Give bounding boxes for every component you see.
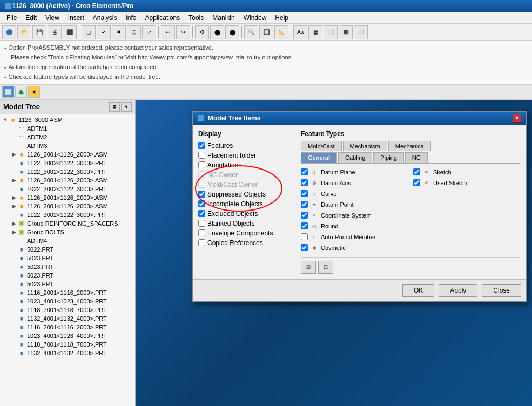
feat-datum-axis-check[interactable] <box>301 179 308 186</box>
tb-btn16[interactable]: 📐 <box>274 25 288 39</box>
menu-view[interactable]: View <box>41 13 64 23</box>
check-annotations-input[interactable] <box>198 161 205 168</box>
tree-item-prt2[interactable]: ▶ ■ 1122_3002<1122_3000>.PRT <box>0 167 135 176</box>
feat-datum-plane-check[interactable] <box>301 168 308 175</box>
feat-sketch-check[interactable] <box>413 168 420 175</box>
tree-item-1118b[interactable]: ▶ ■ 1118_7001<1118_7000>.PRT <box>0 340 135 349</box>
tree-item-prt1[interactable]: ▶ ■ 1122_3002<1122_3000>.PRT <box>0 159 135 167</box>
tb-btn20[interactable]: 🔳 <box>339 25 353 39</box>
expand-asm4[interactable]: ▶ <box>11 202 17 210</box>
mt-settings-btn[interactable]: ⚙ <box>109 102 120 112</box>
tree-item-adtm3[interactable]: ▶ ⋯ ADTM3 <box>0 141 135 150</box>
tree-item-1132b[interactable]: ▶ ■ 1132_4001<1132_4000>.PRT <box>0 349 135 357</box>
tb-btn19[interactable]: ⬜ <box>324 25 338 39</box>
menu-file[interactable]: File <box>2 13 21 23</box>
tb-btn11[interactable]: ⚙ <box>195 25 209 39</box>
tab-general[interactable]: General <box>301 152 337 163</box>
tb-redo-btn[interactable]: ↪ <box>176 25 190 39</box>
tree-item-prt4[interactable]: ▶ ■ 1122_3002<1122_3000>.PRT <box>0 211 135 219</box>
model-tree-content[interactable]: ▼ ■ 1126_3000.ASM ▶ ⋯ ADTM1 ▶ ⋯ ADTM2 ▶ … <box>0 114 135 406</box>
tree-item-root[interactable]: ▼ ■ 1126_3000.ASM <box>0 116 135 124</box>
tb-new-btn[interactable]: 🔵 <box>2 25 16 39</box>
tree-item-1023a[interactable]: ▶ ■ 1023_4001<1023_4000>.PRT <box>0 297 135 306</box>
tb-btn5[interactable]: ⬛ <box>63 25 77 39</box>
feat-round-check[interactable] <box>301 222 308 229</box>
tb-btn15[interactable]: 🔲 <box>259 25 273 39</box>
check-copied-input[interactable] <box>198 239 205 246</box>
menu-tools[interactable]: Tools <box>184 13 208 23</box>
tree-item-5023b[interactable]: ▶ ■ 5023.PRT <box>0 262 135 271</box>
ok-button[interactable]: OK <box>402 284 434 297</box>
tab-moldcast[interactable]: Mold/Cast <box>301 141 342 151</box>
tb-btn10[interactable]: ↗ <box>142 25 156 39</box>
tree-item-prt3[interactable]: ▶ ■ 1022_3002<1122_3000>.PRT <box>0 185 135 193</box>
feat-datum-point-check[interactable] <box>301 201 308 208</box>
tab-cabling[interactable]: Cabling <box>338 152 372 163</box>
tree-item-5023d[interactable]: ▶ ■ 5023.PRT <box>0 280 135 288</box>
check-suppressed-input[interactable] <box>198 191 205 198</box>
mt-filter-btn[interactable]: ▼ <box>121 102 132 112</box>
tb-print-btn[interactable]: 🖨 <box>48 25 62 39</box>
menu-window[interactable]: Window <box>239 13 271 23</box>
tree-item-group-reinf[interactable]: ▶ ▣ Group REINFORCING_SPACERS <box>0 219 135 228</box>
tree-item-asm4[interactable]: ▶ ■ 1126_2001<1126_2000>.ASM <box>0 202 135 211</box>
menu-analysis[interactable]: Analysis <box>89 13 122 23</box>
check-blanked-input[interactable] <box>198 220 205 227</box>
tree-item-5023c[interactable]: ▶ ■ 5023.PRT <box>0 271 135 280</box>
tb-btn12[interactable]: ⬤ <box>210 25 224 39</box>
tb-btn7[interactable]: ✔ <box>97 25 111 39</box>
tree-item-1118a[interactable]: ▶ ■ 1118_7001<1118_7000>.PRT <box>0 306 135 314</box>
tb2-star-btn[interactable]: ★ <box>28 86 40 98</box>
tree-item-1132a[interactable]: ▶ ■ 1132_4001<1132_4000>.PRT <box>0 314 135 323</box>
expand-bolts[interactable]: ▶ <box>11 228 17 236</box>
feat-cosmetic-check[interactable] <box>301 244 308 251</box>
tb-btn21[interactable]: ⬜ <box>354 25 368 39</box>
tree-item-asm1[interactable]: ▶ ■ 1126_2001<1126_2000>.ASM <box>0 150 135 159</box>
tree-item-1116a[interactable]: ▶ ■ 1116_2001<1116_2000>.PRT <box>0 288 135 297</box>
tree-item-adtm4[interactable]: ▶ ⋯ ADTM4 <box>0 236 135 245</box>
feat-used-sketch-check[interactable] <box>413 179 420 186</box>
menu-insert[interactable]: Insert <box>64 13 89 23</box>
tab-mechanism[interactable]: Mechanism <box>343 141 387 151</box>
check-envelope-input[interactable] <box>198 229 205 236</box>
tree-item-1116b[interactable]: ▶ ■ 1116_2001<1116_2000>.PRT <box>0 323 135 331</box>
tb-btn18[interactable]: ▦ <box>308 25 322 39</box>
tree-item-5023a[interactable]: ▶ ■ 5023.PRT <box>0 254 135 262</box>
close-button[interactable]: Close <box>482 284 521 297</box>
expand-asm1[interactable]: ▶ <box>11 151 17 158</box>
menu-info[interactable]: Info <box>122 13 141 23</box>
check-placement-input[interactable] <box>198 152 205 159</box>
expand-reinf[interactable]: ▶ <box>11 220 17 227</box>
tree-item-adtm1[interactable]: ▶ ⋯ ADTM1 <box>0 124 135 133</box>
tb-btn6[interactable]: ◻ <box>82 25 96 39</box>
tb-btn14[interactable]: 🔍 <box>244 25 258 39</box>
apply-button[interactable]: Apply <box>439 284 477 297</box>
tb-btn17[interactable]: Aa <box>293 25 307 39</box>
menu-manikin[interactable]: Manikin <box>208 13 239 23</box>
feat-coord-system-check[interactable] <box>301 212 308 219</box>
menu-applications[interactable]: Applications <box>141 13 185 23</box>
tb-btn9[interactable]: ⬡ <box>127 25 141 39</box>
tb2-view-btn[interactable]: ⬜ <box>2 86 14 98</box>
tree-item-asm2[interactable]: ▶ ■ 1126_2001<1126_2000>.ASM <box>0 176 135 185</box>
tree-item-asm3[interactable]: ▶ ■ 1126_2001<1126_2000>.ASM <box>0 193 135 202</box>
tb-undo-btn[interactable]: ↩ <box>161 25 175 39</box>
select-all-btn[interactable]: ☑ <box>301 261 316 274</box>
deselect-all-btn[interactable]: ☐ <box>318 261 333 274</box>
menu-edit[interactable]: Edit <box>21 13 41 23</box>
tree-item-5022[interactable]: ▶ ■ 5022.PRT <box>0 245 135 254</box>
tab-nc[interactable]: NC <box>405 152 428 163</box>
expand-asm2[interactable]: ▶ <box>11 177 17 184</box>
feat-curve-check[interactable] <box>301 190 308 197</box>
tree-item-1023b[interactable]: ▶ ■ 1023_4001<1023_4000>.PRT <box>0 331 135 340</box>
expand-asm3[interactable]: ▶ <box>11 194 17 201</box>
tab-mechanica[interactable]: Mechanica <box>388 141 431 151</box>
tree-item-group-bolts[interactable]: ▶ ▣ Group BOLTS <box>0 228 135 236</box>
feat-auto-round-check[interactable] <box>301 233 308 240</box>
tree-item-adtm2[interactable]: ▶ ⋯ ADTM2 <box>0 133 135 141</box>
tb2-tree-btn[interactable]: 🌲 <box>15 86 27 98</box>
check-features-input[interactable] <box>198 142 205 149</box>
tb-btn8[interactable]: ✖ <box>112 25 126 39</box>
check-excluded-input[interactable] <box>198 210 205 217</box>
modal-close-button[interactable]: ✕ <box>513 114 521 123</box>
